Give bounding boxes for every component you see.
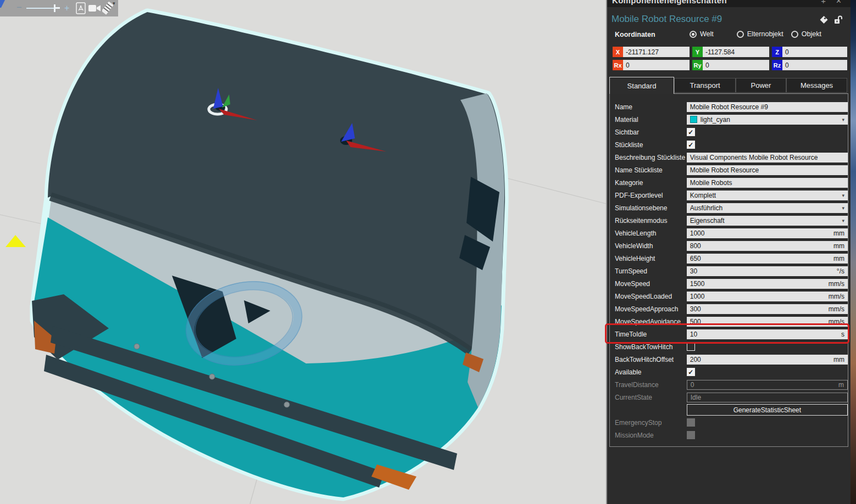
- text-input[interactable]: 200mm: [687, 355, 848, 365]
- property-label: TravelDistance: [615, 381, 687, 389]
- coordinate-mode-welt[interactable]: Welt: [690, 30, 714, 38]
- property-control: Visual Components Mobile Robot Resource: [687, 153, 848, 163]
- property-control: ✓: [687, 141, 848, 149]
- field-value: 1000: [690, 293, 826, 300]
- text-input[interactable]: Visual Components Mobile Robot Resource: [687, 153, 848, 163]
- property-label: VehicleHeight: [615, 255, 687, 262]
- field-value: Visual Components Mobile Robot Resource: [690, 154, 844, 161]
- property-control: [687, 343, 848, 351]
- coordinate-field-x[interactable]: X-21171.127: [613, 47, 690, 57]
- checkbox[interactable]: ✓: [687, 128, 695, 136]
- coordinate-mode-elternobjekt[interactable]: Elternobjekt: [737, 30, 783, 38]
- record-video-icon[interactable]: [88, 4, 101, 13]
- axis-chip: Y: [692, 47, 703, 57]
- coordinate-mode-objekt[interactable]: Objekt: [791, 30, 821, 38]
- property-control: 0m: [687, 380, 848, 390]
- pin-icon[interactable]: +: [821, 0, 826, 5]
- 3d-viewport[interactable]: − + ▾: [0, 0, 606, 504]
- text-input[interactable]: 1000mm/s: [687, 292, 848, 301]
- property-label: TurnSpeed: [615, 267, 687, 275]
- unlock-icon[interactable]: [833, 15, 843, 24]
- field-value: 800: [690, 242, 831, 250]
- close-icon[interactable]: ✕: [836, 0, 842, 5]
- text-input[interactable]: 300mm/s: [687, 304, 848, 314]
- property-row: Materiallight_cyan▾: [610, 113, 848, 126]
- checkbox: [687, 418, 695, 427]
- text-input[interactable]: Mobile Robots: [687, 178, 848, 188]
- property-row: MoveSpeedLoaded1000mm/s: [610, 290, 848, 303]
- property-label: Sichtbar: [615, 128, 687, 136]
- field-value: Eigenschaft: [690, 217, 840, 225]
- text-input[interactable]: 1500mm/s: [687, 279, 848, 289]
- generate-statistic-sheet-button[interactable]: GenerateStatisticSheet: [687, 404, 848, 416]
- coordinate-field-z[interactable]: Z0: [772, 47, 847, 57]
- dropdown[interactable]: Eigenschaft▾: [687, 216, 848, 226]
- field-value: light_cyan: [701, 116, 840, 124]
- property-control: 300mm/s: [687, 304, 848, 314]
- field-value: Mobile Robots: [690, 179, 844, 187]
- unit-label: °/s: [837, 267, 844, 275]
- property-label: Rückseitenmodus: [615, 217, 687, 225]
- property-label: Beschreibung Stückliste: [615, 154, 687, 161]
- property-control: 200mm: [687, 355, 848, 365]
- property-control: Mobile Robots: [687, 178, 848, 188]
- axis-chip: Z: [772, 47, 782, 57]
- property-row: SimulationsebeneAusführlich▾: [610, 201, 848, 214]
- property-row: TimeToIdle10s: [610, 328, 848, 340]
- checkbox[interactable]: ✓: [687, 368, 695, 376]
- yellow-arrow-marker[interactable]: [5, 235, 26, 247]
- coordinate-field-y[interactable]: Y-1127.584: [692, 47, 769, 57]
- zoom-slider-handle-tick: [55, 7, 60, 9]
- property-control: Komplett▾: [687, 191, 848, 200]
- text-input[interactable]: 10s: [687, 329, 848, 339]
- dropdown[interactable]: Ausführlich▾: [687, 203, 848, 213]
- property-label: VehicleLength: [615, 229, 687, 237]
- text-input[interactable]: 650mm: [687, 254, 848, 264]
- property-tabs: StandardTransportPowerMessages: [609, 77, 848, 94]
- coordinate-field-rz[interactable]: Rz0: [772, 60, 847, 70]
- tab-transport[interactable]: Transport: [674, 78, 736, 93]
- axis-chip: Ry: [692, 60, 703, 70]
- unit-label: mm/s: [829, 293, 844, 300]
- property-control: [687, 431, 848, 439]
- checkbox[interactable]: ✓: [687, 141, 695, 149]
- animation-export-icon[interactable]: [102, 2, 113, 15]
- tab-power[interactable]: Power: [736, 78, 786, 93]
- property-label: TimeToIdle: [615, 331, 687, 338]
- text-input[interactable]: 30°/s: [687, 266, 848, 276]
- unit-label: mm: [833, 255, 844, 262]
- coordinate-field-ry[interactable]: Ry0: [692, 60, 769, 70]
- zoom-in-button[interactable]: +: [64, 2, 69, 14]
- tag-icon[interactable]: [819, 15, 829, 24]
- zoom-slider-track[interactable]: [26, 8, 55, 9]
- property-label: Simulationsebene: [615, 204, 687, 212]
- dropdown[interactable]: light_cyan▾: [687, 115, 848, 125]
- property-control: Mobile Robot Resource #9: [687, 102, 848, 112]
- text-input[interactable]: 800mm: [687, 241, 848, 251]
- text-input: 0m: [687, 380, 848, 390]
- text-input[interactable]: Mobile Robot Resource #9: [687, 102, 848, 112]
- coordinate-value: -1127.584: [703, 47, 769, 57]
- property-row: BackTowHitchOffset200mm: [610, 353, 848, 366]
- checkbox[interactable]: [687, 343, 695, 351]
- tab-messages[interactable]: Messages: [786, 78, 847, 93]
- property-row: MoveSpeedApproach300mm/s: [610, 303, 848, 315]
- pdf-export-icon[interactable]: [76, 2, 86, 14]
- tab-standard[interactable]: Standard: [609, 77, 674, 94]
- animation-export-dropdown-icon[interactable]: ▾: [113, 1, 115, 6]
- radio-icon: [737, 31, 744, 38]
- text-input[interactable]: 1000mm: [687, 228, 848, 238]
- field-value: 30: [690, 267, 835, 275]
- property-label: CurrentState: [615, 394, 687, 401]
- viewport-toolbar: − + ▾: [0, 0, 118, 16]
- property-control: Ausführlich▾: [687, 203, 848, 213]
- dropdown[interactable]: Komplett▾: [687, 191, 848, 200]
- coordinate-field-rx[interactable]: Rx0: [613, 60, 690, 70]
- unit-label: mm/s: [829, 318, 844, 326]
- coordinate-value: 0: [782, 47, 847, 57]
- zoom-out-button[interactable]: −: [16, 2, 22, 14]
- text-input[interactable]: 500mm/s: [687, 317, 848, 327]
- text-input[interactable]: Mobile Robot Resource: [687, 165, 848, 175]
- mobile-robot-3d-model[interactable]: [32, 12, 505, 497]
- property-row: Name StücklisteMobile Robot Resource: [610, 164, 848, 176]
